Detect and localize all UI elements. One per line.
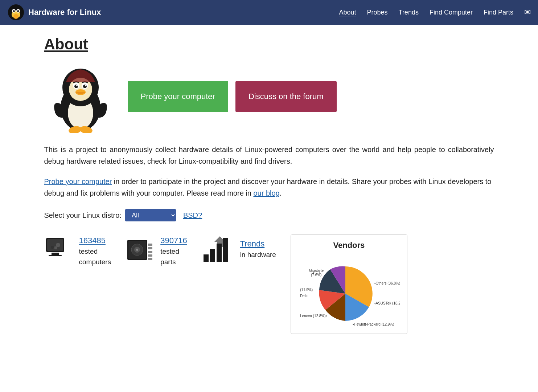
svg-text:(7.6%): (7.6%)	[311, 273, 321, 277]
svg-point-16	[85, 85, 86, 86]
trends-stat: Trends in hardware	[202, 234, 276, 264]
vendors-pie-chart: •Others (36.8%) •ASUSTek (18.2%) •Hewlet…	[298, 254, 400, 326]
description-end-text: .	[280, 189, 282, 197]
parts-label2: parts	[160, 257, 187, 268]
svg-rect-35	[148, 254, 152, 257]
nav-trends[interactable]: Trends	[399, 9, 419, 16]
trends-link[interactable]: Trends	[240, 239, 265, 248]
nav-probes[interactable]: Probes	[367, 9, 388, 16]
svg-text:Dell•: Dell•	[300, 294, 308, 298]
distro-selector-row: Select your Linux distro: All BSD?	[44, 209, 494, 221]
svg-rect-33	[148, 247, 152, 249]
computers-count-link[interactable]: 163485	[79, 236, 106, 245]
discuss-forum-button[interactable]: Discuss on the forum	[235, 81, 337, 113]
description-paragraph-2: Probe your computer in order to particip…	[44, 176, 494, 199]
our-blog-link[interactable]: our blog	[253, 189, 279, 197]
svg-rect-34	[148, 251, 152, 253]
distro-label: Select your Linux distro:	[44, 211, 122, 220]
svg-point-5	[17, 10, 19, 12]
computer-icon	[44, 236, 73, 265]
header: Hardware for Linux About Probes Trends F…	[0, 0, 538, 25]
svg-rect-22	[52, 253, 59, 255]
parts-stat: 390716 tested parts	[126, 234, 187, 267]
main-nav: About Probes Trends Find Computer Find P…	[339, 8, 531, 17]
svg-rect-26	[54, 246, 57, 249]
parts-stat-text: 390716 tested parts	[160, 234, 187, 267]
trends-stat-text: Trends in hardware	[240, 238, 276, 260]
svg-rect-38	[210, 249, 215, 262]
svg-point-14	[83, 85, 87, 88]
tux-mascot	[44, 60, 117, 133]
hero-buttons: Probe your computer Discuss on the forum	[128, 81, 337, 113]
svg-text:(11.9%): (11.9%)	[300, 288, 313, 292]
computers-stat-text: 163485 tested computers	[79, 234, 111, 267]
parts-icon	[126, 236, 155, 265]
logo-icon	[7, 4, 25, 21]
bsd-link[interactable]: BSD?	[183, 211, 202, 220]
trends-icon	[202, 234, 234, 264]
stats-row: 163485 tested computers	[44, 234, 494, 334]
parts-count-link[interactable]: 390716	[160, 236, 187, 245]
svg-text:Lenovo (12.8%)•: Lenovo (12.8%)•	[300, 314, 327, 318]
svg-text:•ASUSTek (18.2%): •ASUSTek (18.2%)	[374, 301, 400, 305]
probe-computer-link[interactable]: Probe your computer	[44, 177, 112, 185]
nav-find-computer[interactable]: Find Computer	[430, 9, 473, 16]
trends-sub: in hardware	[240, 250, 276, 260]
svg-rect-23	[49, 255, 62, 256]
svg-point-31	[136, 249, 138, 251]
svg-rect-36	[148, 258, 152, 260]
svg-rect-32	[148, 244, 152, 246]
site-logo[interactable]: Hardware for Linux	[7, 4, 101, 21]
description-paragraph-1: This is a project to anonymously collect…	[44, 144, 494, 167]
mail-icon[interactable]: ✉	[524, 8, 531, 17]
svg-rect-37	[204, 254, 209, 262]
svg-point-13	[74, 85, 78, 88]
vendors-box: Vendors •Others (36.8%) •ASUSTek (18.2%)…	[291, 234, 407, 334]
hero-section: Probe your computer Discuss on the forum	[44, 60, 494, 133]
parts-label1: tested	[160, 246, 187, 257]
probe-computer-button[interactable]: Probe your computer	[128, 81, 228, 113]
svg-text:•Others (36.8%): •Others (36.8%)	[374, 281, 400, 285]
site-title: Hardware for Linux	[28, 8, 101, 17]
svg-point-25	[51, 246, 54, 249]
svg-point-6	[13, 14, 19, 18]
computers-stat: 163485 tested computers	[44, 234, 111, 267]
page-heading: About	[44, 36, 494, 53]
svg-point-15	[76, 85, 78, 86]
vendors-title: Vendors	[298, 241, 400, 250]
distro-dropdown[interactable]: All	[125, 209, 176, 221]
svg-point-4	[13, 10, 15, 12]
nav-about[interactable]: About	[339, 9, 356, 16]
svg-text:•Hewlett-Packard (12.9%): •Hewlett-Packard (12.9%)	[353, 322, 394, 326]
svg-text:Gigabyte: Gigabyte	[309, 269, 324, 273]
computers-label2: computers	[79, 257, 111, 268]
computers-label1: tested	[79, 246, 111, 257]
main-content: About	[33, 25, 505, 348]
nav-find-parts[interactable]: Find Parts	[484, 9, 513, 16]
